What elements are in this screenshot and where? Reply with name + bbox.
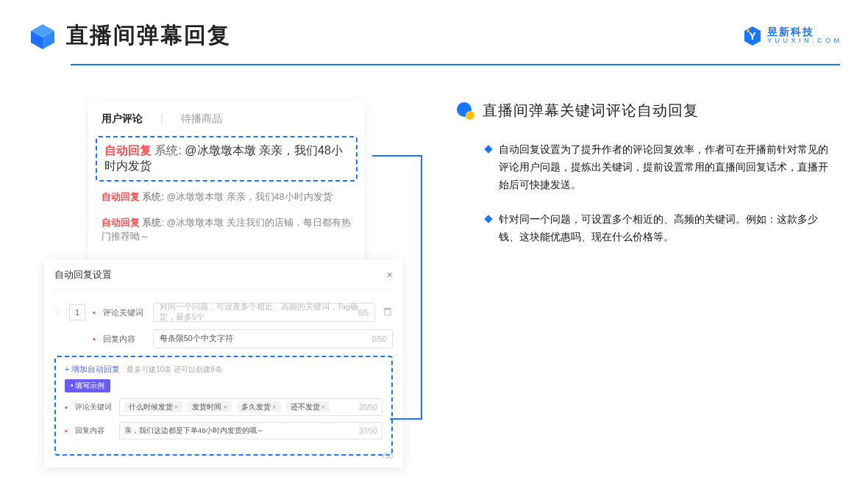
screenshot-composite: 用户评论 | 待播商品 自动回复 系统: @冰墩墩本墩 亲亲，我们48小时内发货… — [44, 101, 412, 293]
trash-icon[interactable] — [383, 306, 393, 318]
bullet-item: 针对同一个问题，可设置多个相近的、高频的关键词。例如：这款多少钱、这块能优惠吗、… — [456, 211, 840, 246]
tab-pending-products[interactable]: 待播商品 — [181, 112, 222, 126]
add-autoreply-link[interactable]: + 增加自动回复 — [65, 365, 120, 373]
chat-bubble-icon — [456, 101, 475, 121]
slide-header: 直播间弹幕回复 Y 昱新科技 Y U U X I N . C O M — [0, 0, 868, 51]
add-hint: 最多可建10条 还可以创建9条 — [127, 365, 221, 373]
brand: Y 昱新科技 Y U U X I N . C O M — [742, 26, 840, 46]
tag-chip[interactable]: 什么时候发货 — [124, 401, 183, 412]
brand-logo-icon: Y — [742, 26, 763, 46]
tab-user-comments[interactable]: 用户评论 — [102, 112, 143, 126]
bullet-item: 自动回复设置为了提升作者的评论回复效率，作者可在开播前针对常见的评论用户问题，提… — [456, 141, 840, 193]
tag-chip[interactable]: 发货时间 — [188, 401, 232, 412]
brand-domain: Y U U X I N . C O M — [767, 37, 840, 45]
svg-point-4 — [747, 29, 750, 32]
brand-name: 昱新科技 — [767, 26, 840, 37]
content-label: 回复内容 — [103, 334, 146, 345]
example-badge: • 填写示例 — [65, 379, 110, 392]
keyword-form-row: ⋮⋮ 1 • 评论关键词 对同一个问题，可设置多个相近、高频的关键词，Tag确定… — [54, 303, 393, 322]
content-form-row: • 回复内容 每条限50个中文字符 0/50 — [54, 329, 393, 348]
keyword-label: 评论关键词 — [103, 307, 146, 318]
svg-point-8 — [466, 111, 474, 120]
row-index: 1 — [69, 304, 85, 320]
comment-row: 自动回复 系统: @冰墩墩本墩 亲亲，我们48小时内发货 — [88, 184, 365, 210]
highlighted-comment: 自动回复 系统: @冰墩墩本墩 亲亲，我们48小时内发货 — [96, 136, 357, 182]
example-keyword-input[interactable]: 什么时候发货 发货时间 多久发货 还不发货 20/50 — [119, 398, 383, 416]
drag-handle-icon[interactable]: ⋮⋮ — [54, 308, 62, 317]
autoreply-tag: 自动回复 — [104, 144, 152, 157]
diamond-icon — [484, 145, 492, 153]
description-panel: 直播间弹幕关键词评论自动回复 自动回复设置为了提升作者的评论回复效率，作者可在开… — [456, 101, 840, 293]
example-keyword-row: • 评论关键词 什么时候发货 发货时间 多久发货 还不发货 20/50 — [65, 398, 383, 416]
example-content-row: • 回复内容 亲，我们这边都是下单48小时内发货的哦～ 37/50 — [65, 422, 383, 439]
svg-rect-6 — [384, 308, 391, 309]
modal-title: 自动回复设置 — [54, 268, 112, 281]
example-content-input[interactable]: 亲，我们这边都是下单48小时内发货的哦～ 37/50 — [119, 422, 383, 439]
autoreply-settings-modal: 自动回复设置 × ⋮⋮ 1 • 评论关键词 对同一个问题，可设置多个相近、高频的… — [44, 259, 403, 467]
comment-row: 自动回复 系统: @冰墩墩本墩 关注我们的店铺，每日都有热门推荐呦～ — [88, 210, 365, 250]
tag-chip[interactable]: 多久发货 — [237, 401, 281, 412]
system-label: 系统: — [154, 144, 181, 157]
page-title: 直播间弹幕回复 — [66, 21, 231, 51]
svg-text:Y: Y — [749, 30, 756, 42]
connector-line — [372, 155, 422, 157]
bottom-count: /50 — [383, 452, 393, 460]
diamond-icon — [484, 215, 492, 223]
svg-rect-5 — [385, 309, 391, 315]
connector-line — [421, 155, 422, 418]
keyword-input[interactable]: 对同一个问题，可设置多个相近、高频的关键词，Tag确定，最多5个 0/5 — [153, 303, 375, 322]
section-title: 直播间弹幕关键词评论自动回复 — [483, 101, 699, 121]
content-input[interactable]: 每条限50个中文字符 0/50 — [153, 329, 393, 348]
close-icon[interactable]: × — [387, 269, 393, 281]
tag-chip[interactable]: 还不发货 — [286, 401, 330, 412]
example-highlight: + 增加自动回复 最多可建10条 还可以创建9条 • 填写示例 • 评论关键词 … — [54, 356, 393, 456]
cube-icon — [28, 21, 57, 51]
connector-line — [390, 418, 422, 420]
comment-tabs: 用户评论 | 待播商品 — [88, 112, 365, 133]
